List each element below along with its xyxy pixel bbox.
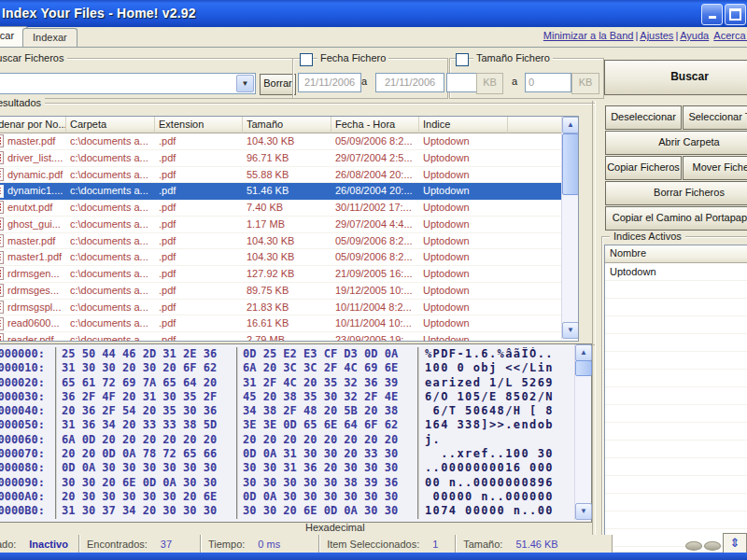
file-name-cell: read0600... xyxy=(0,315,66,331)
combobox-drop-button[interactable]: ▼ xyxy=(236,75,254,92)
size-to-field[interactable]: 0 xyxy=(525,73,571,92)
indices-column-header[interactable]: Nombre xyxy=(605,245,747,263)
file-row[interactable]: reader.pdfc:\documents a....pdf2.79 MB23… xyxy=(0,332,562,342)
link-ayuda[interactable]: Ayuda xyxy=(680,30,709,41)
tab-indexar[interactable]: Indexar xyxy=(22,28,78,47)
move-files-button[interactable]: Mover Ficheros xyxy=(683,156,747,180)
hex-offset: 00000040: xyxy=(0,404,57,418)
resize-button[interactable]: ⇕ xyxy=(723,533,747,554)
file-name: read0600... xyxy=(7,315,60,331)
file-row[interactable]: dynamic.pdfc:\documents a....pdf55.88 KB… xyxy=(0,167,562,184)
column-header-date[interactable]: Fecha - Hora xyxy=(331,117,419,133)
status-time-label: Tiempo: xyxy=(208,536,245,553)
file-index: Uptodown xyxy=(419,266,508,282)
hex-ascii: 00 n..0000000896 xyxy=(419,476,574,490)
file-row[interactable]: master.pdfc:\documents a....pdf104.30 KB… xyxy=(0,233,562,250)
indices-rows: Uptodown xyxy=(605,263,747,552)
date-from-field[interactable]: 21/11/2006 xyxy=(298,73,361,92)
hex-bytes-1: 20 30 30 30 30 30 20 6E xyxy=(57,490,238,504)
hex-offset: 00000030: xyxy=(0,390,57,404)
hex-bytes-1: 31 30 37 34 20 30 30 30 xyxy=(57,504,238,518)
file-row[interactable]: master.pdfc:\documents a....pdf104.30 KB… xyxy=(0,133,562,150)
file-folder: c:\documents a... xyxy=(66,266,155,282)
grip-oval-icon xyxy=(685,541,702,551)
results-group-label: Resultados xyxy=(0,97,45,108)
hex-row: 00000080:0D 0A 30 30 30 30 30 3030 30 31… xyxy=(0,461,574,475)
index-empty-row xyxy=(605,387,747,405)
file-row[interactable]: rdrmsgspl...c:\documents a....pdf21.83 K… xyxy=(0,300,562,316)
maximize-button[interactable] xyxy=(725,4,746,25)
scroll-up-button[interactable]: ▲ xyxy=(575,344,592,361)
scrollbar-thumb[interactable] xyxy=(575,360,592,376)
hex-bytes-2: 3E 3E 0D 65 6E 64 6F 62 xyxy=(238,418,419,432)
file-filler xyxy=(508,200,562,216)
column-header-size[interactable]: Tamaño xyxy=(243,117,331,133)
column-header-extension[interactable]: Extension xyxy=(155,117,243,133)
hex-ascii: earized 1/L 5269 xyxy=(419,376,574,390)
hex-bytes-2: 30 30 30 30 30 38 39 36 xyxy=(238,476,419,490)
scroll-up-icon: ▲ xyxy=(580,348,587,357)
column-header-index[interactable]: Indice xyxy=(419,117,508,133)
file-index: Uptodown xyxy=(419,300,508,315)
size-from-field[interactable] xyxy=(446,73,478,92)
select-all-button[interactable]: Seleccionar Todo xyxy=(683,105,747,130)
date-filter-checkbox[interactable] xyxy=(300,53,313,66)
link-ajustes[interactable]: Ajustes xyxy=(640,30,673,41)
file-row[interactable]: dynamic1....c:\documents a....pdf51.46 K… xyxy=(0,183,562,200)
copy-files-button[interactable]: Copiar Ficheros xyxy=(605,156,682,180)
delete-files-button[interactable]: Borrar Ficheros xyxy=(605,181,747,205)
minimize-button[interactable] xyxy=(701,4,723,25)
hex-offset: 000000A0: xyxy=(0,490,57,504)
deselect-button[interactable]: Deseleccionar xyxy=(605,105,682,130)
index-empty-row xyxy=(605,370,747,387)
column-header-name[interactable]: Ordenar por No... xyxy=(0,117,66,133)
search-button[interactable]: Buscar xyxy=(604,60,747,95)
pdf-file-icon xyxy=(0,134,4,147)
scroll-down-icon: ▼ xyxy=(580,507,587,515)
pdf-file-icon xyxy=(0,234,4,247)
title-bar[interactable]: Index Your Files - Home! v2.92 ✕ xyxy=(0,0,747,27)
file-size: 21.83 KB xyxy=(243,300,331,315)
results-rows: master.pdfc:\documents a....pdf104.30 KB… xyxy=(0,133,562,342)
hex-viewer[interactable]: 00000000:25 50 44 46 2D 31 2E 360D 25 E2… xyxy=(0,343,592,523)
scroll-down-button[interactable]: ▼ xyxy=(575,503,592,520)
column-header-folder[interactable]: Carpeta xyxy=(66,117,155,133)
size-unit-to-button[interactable]: KB xyxy=(571,73,599,94)
file-row[interactable]: read0600...c:\documents a....pdf16.61 KB… xyxy=(0,315,562,332)
clear-button[interactable]: Borrar xyxy=(260,74,296,95)
hex-bytes-1: 36 2F 4F 20 31 30 35 2F xyxy=(57,390,238,404)
file-row[interactable]: ghost_gui...c:\documents a....pdf1.17 MB… xyxy=(0,217,562,233)
open-folder-button[interactable]: Abrir Carpeta xyxy=(605,131,747,155)
index-item[interactable]: Uptodown xyxy=(605,263,747,281)
results-list[interactable]: Ordenar por No... Carpeta Extension Tama… xyxy=(0,116,579,342)
file-row[interactable]: rdrmsges...c:\documents a....pdf89.75 KB… xyxy=(0,283,562,300)
copy-path-button[interactable]: Copiar el Camino al Portapapeles xyxy=(605,206,747,231)
link-acerca-de[interactable]: Acerca de... xyxy=(713,30,747,41)
search-combobox[interactable]: ▼ xyxy=(0,73,256,94)
file-row[interactable]: rdrmsgen...c:\documents a....pdf127.92 K… xyxy=(0,266,562,283)
file-row[interactable]: enutxt.pdfc:\documents a....pdf7.40 KB30… xyxy=(0,200,562,217)
results-scrollbar[interactable]: ▲ ▼ xyxy=(561,117,578,339)
hex-scrollbar[interactable]: ▲ ▼ xyxy=(574,344,591,520)
file-row[interactable]: driver_list....c:\documents a....pdf96.7… xyxy=(0,150,562,167)
indices-list[interactable]: Nombre Uptodown xyxy=(604,245,747,552)
file-index: Uptodown xyxy=(419,283,508,299)
file-filler xyxy=(508,300,562,315)
size-filter-checkbox[interactable] xyxy=(456,53,469,66)
scrollbar-thumb[interactable] xyxy=(562,133,579,195)
size-unit-from-button[interactable]: KB xyxy=(476,73,503,94)
file-index: Uptodown xyxy=(419,183,508,199)
link-minimizar-a-la-band[interactable]: Minimizar a la Band xyxy=(543,30,634,41)
file-row[interactable]: master1.pdfc:\documents a....pdf104.30 K… xyxy=(0,249,562,266)
hex-ascii: 00000 n..000000 xyxy=(419,490,574,504)
file-filler xyxy=(508,183,562,199)
size-range-separator: a xyxy=(512,76,517,87)
date-to-field[interactable]: 21/11/2006 xyxy=(375,73,444,92)
file-date: 21/09/2005 16:... xyxy=(331,266,419,282)
file-size: 2.79 MB xyxy=(243,332,331,342)
pdf-file-icon xyxy=(0,217,4,231)
file-filler xyxy=(508,332,562,342)
scroll-up-button[interactable]: ▲ xyxy=(562,117,579,133)
status-selected: Item Seleccionados: 1 xyxy=(319,535,456,553)
scroll-down-button[interactable]: ▼ xyxy=(562,322,579,339)
